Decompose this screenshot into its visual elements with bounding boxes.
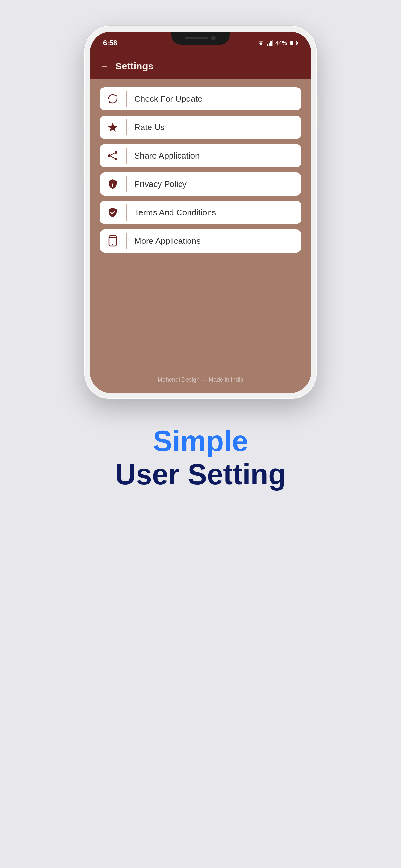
svg-rect-7 bbox=[297, 42, 298, 44]
status-bar: 6:58 44% bbox=[90, 32, 311, 54]
battery-percent: 44% bbox=[275, 40, 287, 46]
svg-line-16 bbox=[111, 156, 115, 158]
status-time: 6:58 bbox=[103, 39, 117, 47]
bottom-text: Simple User Setting bbox=[115, 425, 286, 491]
mobile-icon bbox=[107, 235, 118, 247]
svg-rect-2 bbox=[267, 44, 268, 46]
svg-text:i: i bbox=[112, 182, 114, 188]
bottom-user-setting-label: User Setting bbox=[115, 458, 286, 491]
star-icon bbox=[107, 121, 119, 133]
share-icon bbox=[107, 150, 119, 161]
svg-point-19 bbox=[112, 244, 113, 245]
share-icon-wrap bbox=[100, 144, 126, 167]
app-header: ← Settings bbox=[90, 54, 311, 80]
notch-camera bbox=[211, 36, 216, 40]
page-title: Settings bbox=[115, 61, 153, 72]
signal-icon bbox=[267, 40, 273, 46]
svg-rect-3 bbox=[269, 42, 270, 46]
star-icon-wrap bbox=[100, 116, 126, 139]
refresh-icon-wrap bbox=[100, 87, 126, 111]
status-icons: 44% bbox=[257, 40, 298, 46]
svg-line-15 bbox=[111, 153, 115, 155]
svg-marker-1 bbox=[258, 41, 264, 43]
svg-point-14 bbox=[115, 158, 117, 160]
notch-speaker bbox=[185, 37, 208, 39]
app-content: Check For Update Rate Us bbox=[90, 80, 311, 370]
back-button[interactable]: ← bbox=[100, 61, 109, 71]
menu-label-check-update: Check For Update bbox=[127, 94, 210, 104]
menu-label-terms: Terms And Conditions bbox=[127, 208, 224, 218]
wifi-icon bbox=[257, 40, 265, 46]
menu-item-rate-us[interactable]: Rate Us bbox=[100, 116, 301, 139]
svg-point-13 bbox=[108, 154, 111, 157]
shield-info-icon: i bbox=[107, 178, 119, 190]
menu-item-share-app[interactable]: Share Application bbox=[100, 144, 301, 167]
svg-rect-8 bbox=[290, 41, 293, 44]
menu-item-terms[interactable]: Terms And Conditions bbox=[100, 201, 301, 224]
phone-wrapper: 6:58 44% bbox=[84, 26, 317, 399]
phone-outer: 6:58 44% bbox=[84, 26, 317, 399]
svg-marker-11 bbox=[108, 123, 118, 132]
menu-label-privacy-policy: Privacy Policy bbox=[127, 179, 194, 189]
shield-check-icon bbox=[107, 207, 119, 218]
menu-item-more-apps[interactable]: More Applications bbox=[100, 229, 301, 252]
phone-screen: 6:58 44% bbox=[90, 32, 311, 393]
battery-icon bbox=[289, 41, 298, 45]
footer-text: Mehendi Design — Made in India bbox=[158, 376, 243, 383]
refresh-icon bbox=[107, 93, 119, 104]
svg-rect-5 bbox=[272, 40, 273, 46]
shield-info-icon-wrap: i bbox=[100, 173, 126, 196]
menu-item-check-update[interactable]: Check For Update bbox=[100, 87, 301, 111]
svg-point-12 bbox=[115, 151, 117, 154]
menu-label-rate-us: Rate Us bbox=[127, 122, 173, 132]
menu-label-share-app: Share Application bbox=[127, 151, 207, 161]
menu-item-privacy-policy[interactable]: i Privacy Policy bbox=[100, 173, 301, 196]
app-footer: Mehendi Design — Made in India bbox=[90, 370, 311, 393]
svg-rect-4 bbox=[270, 41, 272, 46]
notch-cutout bbox=[172, 32, 229, 44]
mobile-icon-wrap bbox=[100, 229, 126, 252]
bottom-simple-label: Simple bbox=[115, 425, 286, 458]
svg-marker-0 bbox=[259, 43, 263, 45]
menu-label-more-apps: More Applications bbox=[127, 236, 208, 246]
shield-check-icon-wrap bbox=[100, 201, 126, 224]
